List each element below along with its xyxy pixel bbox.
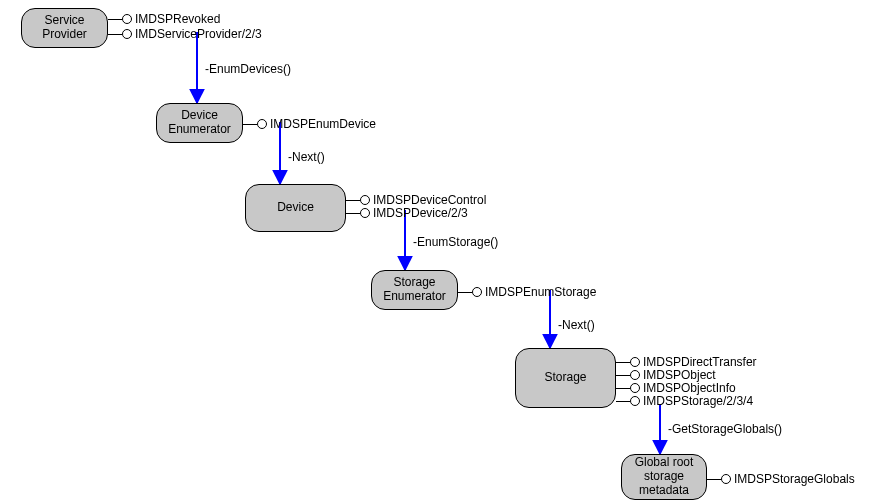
iface-storage-globals: IMDSPStorageGlobals xyxy=(707,472,855,486)
method-enum-storage: -EnumStorage() xyxy=(413,235,498,249)
node-global-root: Global rootstoragemetadata xyxy=(621,454,707,500)
iface-device-control: IMDSPDeviceControl xyxy=(346,193,486,207)
node-label: StorageEnumerator xyxy=(383,276,446,304)
node-storage-enumerator: StorageEnumerator xyxy=(371,270,458,310)
iface-label: IMDSPStorageGlobals xyxy=(734,472,855,486)
iface-storage: IMDSPStorage/2/3/4 xyxy=(616,394,753,408)
node-label: Global rootstoragemetadata xyxy=(635,456,694,497)
iface-label: IMDSPDeviceControl xyxy=(373,193,486,207)
iface-label: IMDSPDirectTransfer xyxy=(643,355,757,369)
iface-label: IMDSPObjectInfo xyxy=(643,381,736,395)
iface-object-info: IMDSPObjectInfo xyxy=(616,381,736,395)
iface-label: IMDSPDevice/2/3 xyxy=(373,206,468,220)
iface-label: IMDSPObject xyxy=(643,368,716,382)
iface-sp-revoked: IMDSPRevoked xyxy=(108,12,220,26)
method-next-2: -Next() xyxy=(558,318,595,332)
iface-label: IMDSPEnumStorage xyxy=(485,285,596,299)
iface-label: IMDSPRevoked xyxy=(135,12,220,26)
node-device: Device xyxy=(245,184,346,232)
method-next-1: -Next() xyxy=(288,150,325,164)
node-label: ServiceProvider xyxy=(42,14,87,42)
node-label: Storage xyxy=(544,371,586,385)
iface-label: IMDSPEnumDevice xyxy=(270,117,376,131)
iface-object: IMDSPObject xyxy=(616,368,716,382)
iface-enum-storage: IMDSPEnumStorage xyxy=(458,285,596,299)
diagram-canvas: ServiceProvider IMDSPRevoked IMDServiceP… xyxy=(0,0,888,504)
iface-enum-device: IMDSPEnumDevice xyxy=(243,117,376,131)
iface-label: IMDSPStorage/2/3/4 xyxy=(643,394,753,408)
iface-sp-provider: IMDServiceProvider/2/3 xyxy=(108,27,262,41)
node-label: DeviceEnumerator xyxy=(168,109,231,137)
node-service-provider: ServiceProvider xyxy=(21,8,108,48)
iface-label: IMDServiceProvider/2/3 xyxy=(135,27,262,41)
node-label: Device xyxy=(277,201,314,215)
method-get-storage-globals: -GetStorageGlobals() xyxy=(668,422,782,436)
iface-direct-transfer: IMDSPDirectTransfer xyxy=(616,355,757,369)
iface-device: IMDSPDevice/2/3 xyxy=(346,206,468,220)
method-enum-devices: -EnumDevices() xyxy=(205,62,291,76)
node-device-enumerator: DeviceEnumerator xyxy=(156,103,243,143)
node-storage: Storage xyxy=(515,348,616,408)
